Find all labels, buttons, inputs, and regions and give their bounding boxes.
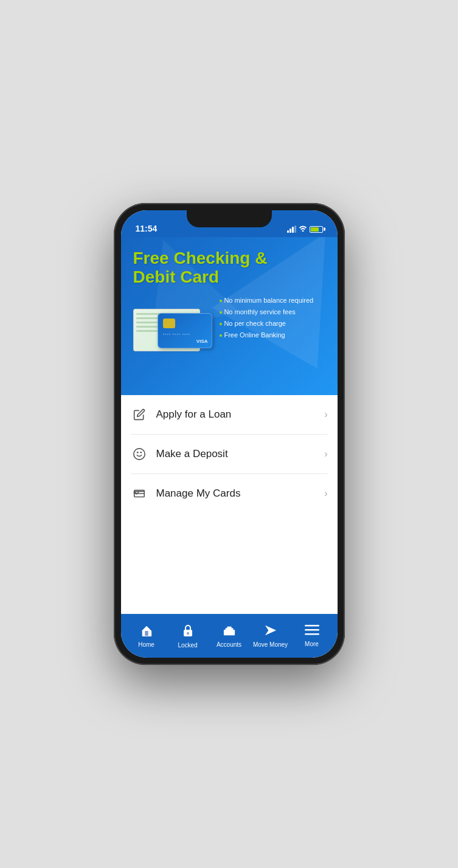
bottom-navigation: Home Locked xyxy=(121,614,338,658)
status-icons xyxy=(287,225,323,233)
manage-cards-label: Manage My Cards xyxy=(156,487,316,500)
menu-list: Apply for a Loan › Make a Deposit › xyxy=(121,395,338,505)
hero-banner: Free Checking &Debit Card **** xyxy=(121,237,338,395)
move-money-label: Move Money xyxy=(253,641,288,648)
svg-point-5 xyxy=(187,632,189,635)
apply-loan-label: Apply for a Loan xyxy=(156,408,316,421)
accounts-label: Accounts xyxy=(217,641,241,648)
nav-item-locked[interactable]: Locked xyxy=(167,624,209,649)
svg-point-0 xyxy=(133,449,144,460)
smiley-icon xyxy=(131,446,148,463)
bullet-1: No minimum balance required xyxy=(220,297,325,305)
signal-icon xyxy=(287,226,296,233)
menu-item-manage-cards[interactable]: Manage My Cards › xyxy=(131,474,328,505)
apply-loan-chevron: › xyxy=(324,409,327,420)
move-money-icon xyxy=(264,624,277,639)
accounts-icon xyxy=(222,624,237,639)
nav-item-home[interactable]: Home xyxy=(126,624,167,648)
debit-card-illustration: **** **** **** VISA xyxy=(158,313,212,348)
hero-content: **** **** **** VISA No minimum balance r… xyxy=(133,297,325,351)
svg-rect-8 xyxy=(227,626,231,629)
phone-screen: 11:54 Free Checking &Debit Card xyxy=(121,210,338,658)
svg-rect-12 xyxy=(305,633,319,635)
svg-rect-11 xyxy=(305,629,319,631)
pencil-icon xyxy=(131,406,148,423)
nav-item-accounts[interactable]: Accounts xyxy=(209,624,250,648)
content-spacer xyxy=(121,505,338,614)
phone-frame: 11:54 Free Checking &Debit Card xyxy=(114,203,345,665)
cards-icon xyxy=(131,485,148,502)
svg-marker-9 xyxy=(265,625,276,635)
menu-item-apply-loan[interactable]: Apply for a Loan › xyxy=(131,395,328,435)
svg-rect-10 xyxy=(305,625,319,627)
lock-icon xyxy=(182,624,193,640)
more-icon xyxy=(305,625,319,639)
hero-image: **** **** **** VISA xyxy=(133,297,212,351)
phone-notch xyxy=(187,210,272,227)
make-deposit-label: Make a Deposit xyxy=(156,448,316,460)
hero-title: Free Checking &Debit Card xyxy=(133,249,325,287)
locked-label: Locked xyxy=(178,642,197,649)
bullet-4: Free Online Banking xyxy=(220,331,325,340)
nav-item-move-money[interactable]: Move Money xyxy=(250,624,291,648)
hero-bullets: No minimum balance required No monthly s… xyxy=(220,297,325,343)
home-icon xyxy=(140,624,153,639)
make-deposit-chevron: › xyxy=(324,449,327,460)
manage-cards-chevron: › xyxy=(324,488,327,499)
menu-item-make-deposit[interactable]: Make a Deposit › xyxy=(131,435,328,474)
svg-rect-6 xyxy=(223,630,234,635)
wifi-icon xyxy=(299,225,307,233)
more-label: More xyxy=(305,641,319,647)
bullet-3: No per check charge xyxy=(220,320,325,328)
battery-icon xyxy=(310,226,323,233)
nav-item-more[interactable]: More xyxy=(291,625,333,647)
status-time: 11:54 xyxy=(136,224,158,233)
bullet-2: No monthly service fees xyxy=(220,308,325,317)
home-label: Home xyxy=(138,641,154,648)
